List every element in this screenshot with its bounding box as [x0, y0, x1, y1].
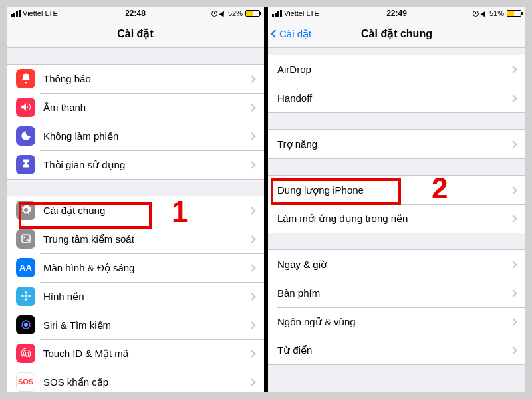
- row-label: Trung tâm kiểm soát: [43, 233, 249, 245]
- row-airdrop[interactable]: AirDrop: [268, 55, 525, 84]
- general-list[interactable]: AirDrop Handoff Trợ năng Dung lượng iPh: [268, 48, 525, 392]
- chevron-right-icon: [509, 66, 517, 73]
- row-label: Ngày & giờ: [277, 259, 511, 271]
- row-sounds[interactable]: Âm thanh: [7, 93, 264, 122]
- settings-group-2: Cài đặt chung Trung tâm kiểm soát AA Màn…: [7, 196, 264, 392]
- status-bar: Viettel LTE 22:49 51%: [268, 7, 525, 20]
- svg-point-1: [23, 236, 25, 238]
- chevron-right-icon: [248, 104, 255, 111]
- chevron-right-icon: [509, 215, 517, 222]
- settings-list[interactable]: Thông báo Âm thanh Không làm phiền Thời …: [7, 48, 264, 392]
- general-group-1: AirDrop Handoff: [268, 55, 525, 113]
- chevron-right-icon: [509, 186, 517, 194]
- svg-point-4: [24, 291, 27, 294]
- sliders-icon: [16, 229, 35, 249]
- chevron-right-icon: [248, 75, 255, 82]
- row-language[interactable]: Ngôn ngữ & vùng: [268, 307, 525, 336]
- back-button[interactable]: Cài đặt: [272, 20, 311, 47]
- row-background-refresh[interactable]: Làm mới ứng dụng trong nền: [268, 204, 525, 233]
- comparison-frame: Viettel LTE 22:48 52% Cài đặt Thông báo: [7, 7, 525, 392]
- row-label: Siri & Tìm kiếm: [43, 319, 249, 331]
- row-label: Thông báo: [43, 73, 249, 84]
- chevron-right-icon: [248, 293, 255, 300]
- chevron-right-icon: [248, 207, 255, 214]
- row-label: Dung lượng iPhone: [277, 184, 511, 196]
- row-label: Màn hình & Độ sáng: [43, 262, 249, 274]
- row-notifications[interactable]: Thông báo: [7, 65, 264, 93]
- chevron-right-icon: [248, 235, 255, 243]
- row-dictionary[interactable]: Từ điển: [268, 336, 525, 364]
- page-title: Cài đặt chung: [361, 27, 432, 40]
- chevron-right-icon: [248, 161, 255, 168]
- row-siri[interactable]: Siri & Tìm kiếm: [7, 311, 264, 339]
- svg-rect-0: [22, 235, 30, 243]
- row-label: AirDrop: [277, 64, 511, 75]
- chevron-right-icon: [248, 378, 255, 386]
- row-dnd[interactable]: Không làm phiền: [7, 122, 264, 150]
- chevron-right-icon: [248, 132, 255, 140]
- sos-icon: SOS: [16, 372, 35, 392]
- general-group-3: Dung lượng iPhone Làm mới ứng dụng trong…: [268, 175, 525, 233]
- chevron-right-icon: [248, 321, 255, 329]
- alarm-icon: [473, 11, 479, 17]
- row-handoff[interactable]: Handoff: [268, 84, 525, 112]
- nav-bar: Cài đặt Cài đặt chung: [268, 20, 525, 48]
- chevron-right-icon: [509, 140, 517, 148]
- settings-group-1: Thông báo Âm thanh Không làm phiền Thời …: [7, 64, 264, 180]
- row-label: Âm thanh: [43, 102, 249, 113]
- row-label: Bàn phím: [277, 287, 511, 299]
- phone-left: Viettel LTE 22:48 52% Cài đặt Thông báo: [7, 7, 264, 392]
- svg-point-3: [24, 294, 27, 297]
- row-label: Làm mới ứng dụng trong nền: [277, 213, 511, 225]
- page-title: Cài đặt: [117, 27, 153, 40]
- row-label: Không làm phiền: [43, 130, 249, 142]
- svg-point-7: [28, 294, 31, 297]
- step-number-1: 1: [172, 196, 188, 229]
- chevron-right-icon: [509, 318, 517, 325]
- row-sos[interactable]: SOS SOS khẩn cấp: [7, 368, 264, 392]
- chevron-right-icon: [509, 346, 517, 354]
- chevron-right-icon: [509, 261, 517, 268]
- row-label: Từ điển: [277, 344, 511, 356]
- row-wallpaper[interactable]: Hình nền: [7, 282, 264, 311]
- row-label: Touch ID & Mật mã: [43, 348, 249, 360]
- row-touchid[interactable]: Touch ID & Mật mã: [7, 339, 264, 368]
- step-number-2: 2: [432, 172, 448, 205]
- svg-point-5: [24, 298, 27, 301]
- back-label: Cài đặt: [279, 28, 311, 40]
- battery-icon: [507, 10, 521, 17]
- general-group-2: Trợ năng: [268, 129, 525, 159]
- speaker-icon: [16, 98, 35, 117]
- row-label: Hình nền: [43, 291, 249, 303]
- siri-icon: [16, 315, 35, 334]
- row-accessibility[interactable]: Trợ năng: [268, 130, 525, 158]
- svg-point-6: [21, 294, 24, 297]
- row-label: Trợ năng: [277, 138, 511, 150]
- bell-icon: [16, 69, 35, 88]
- row-storage[interactable]: Dung lượng iPhone: [268, 176, 525, 204]
- row-display[interactable]: AA Màn hình & Độ sáng: [7, 253, 264, 282]
- nav-bar: Cài đặt: [7, 20, 264, 48]
- hourglass-icon: [16, 155, 35, 174]
- row-datetime[interactable]: Ngày & giờ: [268, 250, 525, 279]
- chevron-right-icon: [248, 350, 255, 357]
- battery-icon: [245, 10, 260, 17]
- battery-fill: [507, 11, 514, 16]
- row-screentime[interactable]: Thời gian sử dụng: [7, 150, 264, 179]
- status-bar: Viettel LTE 22:48 52%: [7, 7, 264, 20]
- phone-right: Viettel LTE 22:49 51% Cài đặt Cài đặt ch…: [268, 7, 525, 392]
- row-general[interactable]: Cài đặt chung: [7, 196, 264, 225]
- chevron-right-icon: [248, 264, 255, 271]
- row-label: Thời gian sử dụng: [43, 159, 249, 171]
- svg-point-9: [24, 323, 28, 327]
- alarm-icon: [211, 11, 217, 17]
- flower-icon: [16, 287, 35, 306]
- row-keyboard[interactable]: Bàn phím: [268, 279, 525, 307]
- row-label: Handoff: [277, 92, 511, 104]
- row-label: SOS khẩn cấp: [43, 376, 249, 388]
- gear-icon: [16, 201, 35, 220]
- moon-icon: [16, 126, 35, 146]
- fingerprint-icon: [16, 344, 35, 363]
- row-controlcenter[interactable]: Trung tâm kiểm soát: [7, 225, 264, 253]
- chevron-left-icon: [271, 29, 279, 38]
